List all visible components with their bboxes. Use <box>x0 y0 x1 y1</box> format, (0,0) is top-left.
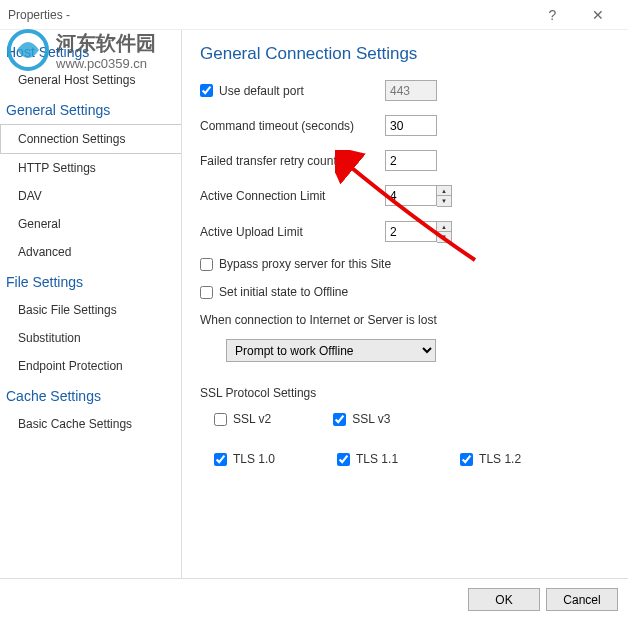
tls12-label: TLS 1.2 <box>479 452 521 466</box>
ok-button[interactable]: OK <box>468 588 540 611</box>
connection-limit-input[interactable] <box>385 185 437 206</box>
use-default-port-checkbox[interactable] <box>200 84 213 97</box>
panel-title: General Connection Settings <box>200 44 610 64</box>
sidebar-item-connection[interactable]: Connection Settings <box>0 124 182 154</box>
tls11-label: TLS 1.1 <box>356 452 398 466</box>
main-panel: General Connection Settings Use default … <box>182 30 628 578</box>
sidebar-item-general[interactable]: General <box>0 210 181 238</box>
spin-down-icon[interactable]: ▼ <box>437 196 451 206</box>
sidebar-item-endpoint[interactable]: Endpoint Protection <box>0 352 181 380</box>
connection-lost-select[interactable]: Prompt to work Offline <box>226 339 436 362</box>
sslv3-label: SSL v3 <box>352 412 390 426</box>
sidebar-item-general-host[interactable]: General Host Settings <box>0 66 181 94</box>
sidebar-item-dav[interactable]: DAV <box>0 182 181 210</box>
connection-limit-label: Active Connection Limit <box>200 189 385 203</box>
upload-limit-input[interactable] <box>385 221 437 242</box>
sidebar-item-basic-file[interactable]: Basic File Settings <box>0 296 181 324</box>
connection-limit-spinner[interactable]: ▲▼ <box>385 185 452 207</box>
tls10-checkbox[interactable] <box>214 453 227 466</box>
command-timeout-input[interactable] <box>385 115 437 136</box>
sidebar-item-basic-cache[interactable]: Basic Cache Settings <box>0 410 181 438</box>
bypass-proxy-checkbox[interactable] <box>200 258 213 271</box>
connection-lost-label: When connection to Internet or Server is… <box>200 313 610 327</box>
retry-count-input[interactable] <box>385 150 437 171</box>
tls10-label: TLS 1.0 <box>233 452 275 466</box>
sidebar-item-substitution[interactable]: Substitution <box>0 324 181 352</box>
ssl-header: SSL Protocol Settings <box>200 386 610 400</box>
sslv3-checkbox[interactable] <box>333 413 346 426</box>
sidebar-item-advanced[interactable]: Advanced <box>0 238 181 266</box>
command-timeout-label: Command timeout (seconds) <box>200 119 385 133</box>
close-button[interactable]: ✕ <box>575 0 620 30</box>
sidebar-header-cache: Cache Settings <box>0 380 181 410</box>
retry-count-label: Failed transfer retry count: <box>200 154 385 168</box>
spin-up-icon[interactable]: ▲ <box>437 222 451 232</box>
sidebar-header-file: File Settings <box>0 266 181 296</box>
use-default-port-label: Use default port <box>219 84 304 98</box>
sslv2-checkbox[interactable] <box>214 413 227 426</box>
help-button[interactable]: ? <box>530 0 575 30</box>
initial-offline-label: Set initial state to Offline <box>219 285 348 299</box>
upload-limit-label: Active Upload Limit <box>200 225 385 239</box>
sidebar-item-http[interactable]: HTTP Settings <box>0 154 181 182</box>
sidebar: Host Settings General Host Settings Gene… <box>0 30 182 578</box>
cancel-button[interactable]: Cancel <box>546 588 618 611</box>
sslv2-label: SSL v2 <box>233 412 271 426</box>
sidebar-header-general: General Settings <box>0 94 181 124</box>
sidebar-header-host: Host Settings <box>0 36 181 66</box>
bypass-proxy-label: Bypass proxy server for this Site <box>219 257 391 271</box>
port-input <box>385 80 437 101</box>
tls12-checkbox[interactable] <box>460 453 473 466</box>
window-title: Properties - <box>8 8 530 22</box>
upload-limit-spinner[interactable]: ▲▼ <box>385 221 452 243</box>
tls11-checkbox[interactable] <box>337 453 350 466</box>
spin-up-icon[interactable]: ▲ <box>437 186 451 196</box>
initial-offline-checkbox[interactable] <box>200 286 213 299</box>
spin-down-icon[interactable]: ▼ <box>437 232 451 242</box>
